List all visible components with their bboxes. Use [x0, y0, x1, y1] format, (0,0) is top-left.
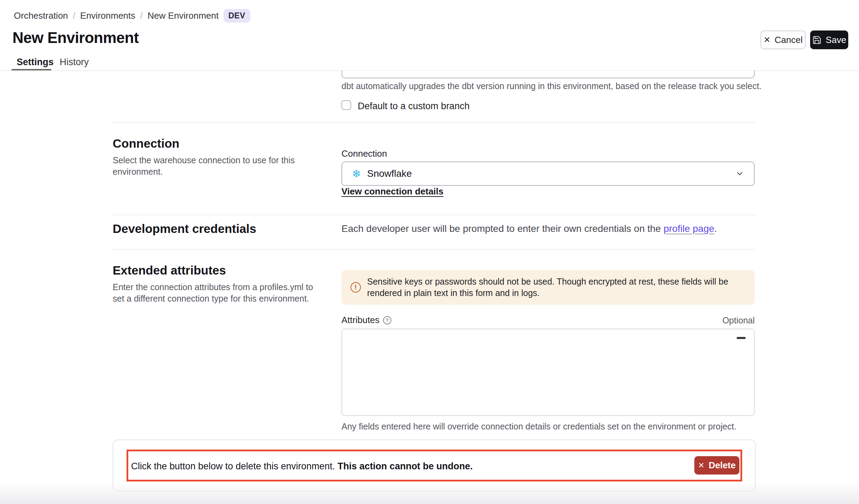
cancel-button[interactable]: ✕ Cancel	[761, 31, 806, 49]
delete-environment-text: Click the button below to delete this en…	[131, 461, 473, 472]
delete-text-normal: Click the button below to delete this en…	[131, 461, 338, 471]
save-button-label: Save	[826, 35, 846, 45]
connection-select-value: Snowflake	[367, 168, 729, 179]
breadcrumb-orchestration[interactable]: Orchestration	[14, 10, 68, 21]
breadcrumb-separator: /	[140, 10, 142, 21]
devcred-text-after: .	[714, 223, 717, 234]
delete-text-bold: This action cannot be undone.	[338, 461, 473, 471]
attributes-textarea[interactable]	[341, 329, 755, 416]
breadcrumb-environments[interactable]: Environments	[80, 10, 135, 21]
connection-field-label: Connection	[341, 148, 387, 159]
save-button[interactable]: Save	[810, 31, 848, 49]
sensitive-keys-warning: ! Sensitive keys or passwords should not…	[341, 270, 755, 305]
release-track-input-partial[interactable]	[341, 71, 755, 78]
connection-description: Select the warehouse connection to use f…	[113, 155, 335, 177]
close-icon: ✕	[763, 35, 770, 45]
release-track-helper: dbt automatically upgrades the dbt versi…	[341, 81, 762, 91]
section-divider	[113, 215, 756, 215]
attributes-field-label: Attributes ?	[341, 315, 391, 325]
chevron-down-icon	[735, 169, 744, 178]
close-icon: ✕	[698, 461, 704, 470]
collapse-handle-icon[interactable]	[737, 337, 746, 339]
attributes-helper: Any fields entered here will override co…	[341, 422, 737, 432]
view-connection-details-link[interactable]: View connection details	[341, 186, 443, 197]
breadcrumb-separator: /	[73, 10, 75, 21]
custom-branch-label: Default to a custom branch	[358, 101, 470, 112]
tab-settings[interactable]: Settings	[17, 57, 54, 68]
extended-attributes-heading: Extended attributes	[113, 263, 226, 277]
environment-type-badge: DEV	[224, 9, 250, 23]
breadcrumb-new-environment: New Environment	[148, 10, 219, 21]
save-icon	[812, 35, 822, 45]
tab-history[interactable]: History	[60, 57, 89, 68]
optional-badge: Optional	[722, 315, 755, 325]
extended-attributes-description: Enter the connection attributes from a p…	[113, 281, 321, 304]
cancel-button-label: Cancel	[775, 35, 803, 45]
delete-button-label: Delete	[709, 460, 736, 471]
breadcrumb: Orchestration / Environments / New Envir…	[14, 9, 250, 23]
environment-settings-page: Orchestration / Environments / New Envir…	[0, 0, 859, 504]
development-credentials-text: Each developer user will be prompted to …	[341, 223, 717, 234]
profile-page-link[interactable]: profile page	[663, 223, 714, 234]
delete-button[interactable]: ✕ Delete	[694, 456, 739, 475]
development-credentials-heading: Development credentials	[113, 222, 256, 236]
help-icon[interactable]: ?	[383, 316, 391, 324]
section-divider	[113, 249, 756, 250]
snowflake-icon: ❄	[352, 168, 361, 179]
attributes-label-text: Attributes	[341, 315, 380, 325]
page-title: New Environment	[12, 29, 139, 46]
alert-circle-icon: !	[350, 282, 361, 293]
devcred-text-before: Each developer user will be prompted to …	[341, 223, 663, 234]
connection-select[interactable]: ❄ Snowflake	[341, 162, 755, 186]
connection-heading: Connection	[113, 137, 179, 150]
custom-branch-checkbox[interactable]	[341, 100, 351, 110]
section-divider	[113, 122, 756, 123]
warning-text: Sensitive keys or passwords should not b…	[367, 276, 746, 299]
